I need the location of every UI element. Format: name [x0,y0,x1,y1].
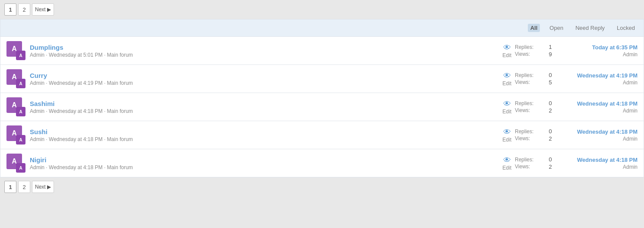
views-label: Views: [515,164,530,170]
thread-stats-group: 👁 Edit Replies: Views: 0 2 Wednesday at … [502,100,638,115]
replies-label: Replies: [515,72,533,78]
thread-title[interactable]: Curry [30,72,47,79]
thread-row: A A Sushi Admin · Wednesday at 4:18 PM ·… [0,121,644,149]
dot2: · [104,80,107,86]
thread-date: Wednesday at 5:01 PM [49,52,103,58]
forum-thread-list: All Open Need Reply Locked A A Dumplings… [0,19,644,177]
page-2-bottom[interactable]: 2 [18,181,30,193]
avatar-sub: A [16,51,25,60]
eye-group: 👁 Edit [502,43,511,58]
eye-icon[interactable]: 👁 [503,43,511,52]
last-activity: Wednesday at 4:18 PM Admin [560,157,638,170]
eye-group: 👁 Edit [502,71,511,87]
replies-label: Replies: [515,128,533,135]
edit-label[interactable]: Edit [502,137,511,143]
filter-open[interactable]: Open [547,24,566,32]
eye-icon[interactable]: 👁 [503,71,511,80]
replies-views-labels: Replies: Views: [515,44,541,57]
views-label: Views: [515,51,530,57]
thread-forum: Main forum [107,136,133,142]
views-count: 5 [549,79,552,86]
edit-label[interactable]: Edit [502,109,511,115]
next-btn-bottom[interactable]: Next ▶ [32,181,54,193]
last-author-text: Admin [623,51,638,58]
eye-icon[interactable]: 👁 [503,100,511,109]
eye-icon[interactable]: 👁 [503,156,511,165]
thread-meta: Admin · Wednesday at 4:19 PM · Main foru… [30,80,498,86]
replies-count: 0 [549,100,552,106]
page-1-bottom[interactable]: 1 [4,181,16,193]
eye-icon[interactable]: 👁 [503,128,511,137]
avatar-sub: A [16,79,25,88]
rv-numbers: 0 2 [544,128,556,142]
next-btn-top[interactable]: Next ▶ [32,3,54,16]
replies-count: 0 [549,156,552,163]
thread-forum: Main forum [107,164,133,170]
thread-info: Sashimi Admin · Wednesday at 4:18 PM · M… [30,100,498,114]
thread-info: Curry Admin · Wednesday at 4:19 PM · Mai… [30,72,498,86]
thread-title[interactable]: Sushi [30,128,48,135]
replies-count: 0 [549,128,552,135]
views-count: 2 [549,135,552,142]
replies-views-labels: Replies: Views: [515,100,541,113]
thread-row: A A Nigiri Admin · Wednesday at 4:18 PM … [0,149,644,177]
edit-label[interactable]: Edit [502,165,511,171]
last-date-text: Today at 6:35 PM [592,44,638,51]
thread-title[interactable]: Sashimi [30,100,55,107]
filter-locked[interactable]: Locked [614,24,638,32]
avatar: A A [6,41,25,60]
thread-forum: Main forum [107,52,133,58]
dot2: · [104,52,107,58]
filter-need-reply[interactable]: Need Reply [573,24,607,32]
avatar: A A [6,69,25,88]
thread-title[interactable]: Dumplings [30,44,63,51]
filter-all[interactable]: All [528,24,540,32]
avatar: A A [6,154,25,173]
last-date-text: Wednesday at 4:19 PM [577,72,638,79]
thread-meta: Admin · Wednesday at 4:18 PM · Main foru… [30,136,498,142]
eye-group: 👁 Edit [502,100,511,115]
views-count: 2 [549,107,552,114]
thread-author: Admin [30,108,44,114]
edit-label[interactable]: Edit [502,52,511,58]
thread-info: Sushi Admin · Wednesday at 4:18 PM · Mai… [30,128,498,142]
thread-stats-group: 👁 Edit Replies: Views: 1 9 Today at 6:35… [502,43,638,58]
last-activity: Today at 6:35 PM Admin [560,44,638,58]
thread-row: A A Sashimi Admin · Wednesday at 4:18 PM… [0,93,644,121]
dot2: · [104,164,107,170]
avatar: A A [6,125,25,145]
replies-label: Replies: [515,44,533,50]
pagination-top: 1 2 Next ▶ [0,0,644,19]
avatar-sub: A [16,163,25,173]
views-label: Views: [515,79,530,85]
last-author-text: Admin [623,80,638,86]
last-activity: Wednesday at 4:18 PM Admin [560,128,638,142]
thread-row: A A Dumplings Admin · Wednesday at 5:01 … [0,37,644,65]
thread-forum: Main forum [107,80,133,86]
filter-bar: All Open Need Reply Locked [0,19,644,37]
rv-numbers: 0 2 [544,100,556,114]
thread-author: Admin [30,80,44,86]
avatar-sub: A [16,135,25,145]
dot2: · [104,108,107,114]
avatar: A A [6,97,25,116]
views-label: Views: [515,135,530,141]
rv-numbers: 0 2 [544,156,556,170]
avatar-sub: A [16,107,25,116]
replies-views-labels: Replies: Views: [515,157,541,170]
thread-meta: Admin · Wednesday at 4:18 PM · Main foru… [30,108,498,114]
last-author-text: Admin [623,136,638,142]
page-1-top[interactable]: 1 [4,3,16,16]
thread-date: Wednesday at 4:19 PM [49,80,103,86]
dot2: · [104,136,107,142]
last-date-text: Wednesday at 4:18 PM [577,157,638,163]
thread-list: A A Dumplings Admin · Wednesday at 5:01 … [0,37,644,177]
thread-stats-group: 👁 Edit Replies: Views: 0 2 Wednesday at … [502,128,638,143]
last-date-text: Wednesday at 4:18 PM [577,100,638,107]
pagination-bottom: 1 2 Next ▶ [0,177,644,196]
thread-title[interactable]: Nigiri [30,156,46,164]
thread-stats-group: 👁 Edit Replies: Views: 0 2 Wednesday at … [502,156,638,171]
edit-label[interactable]: Edit [502,80,511,87]
page-2-top[interactable]: 2 [18,3,30,16]
thread-author: Admin [30,164,44,170]
